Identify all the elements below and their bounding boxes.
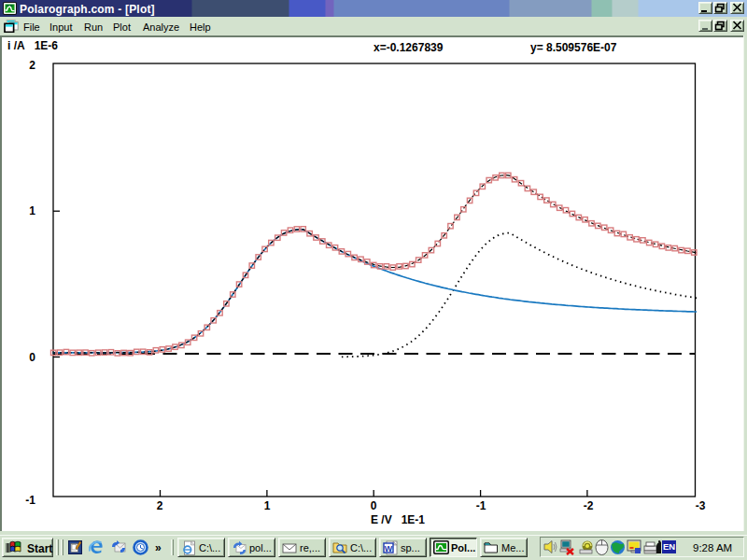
svg-text:W: W [385, 544, 393, 553]
